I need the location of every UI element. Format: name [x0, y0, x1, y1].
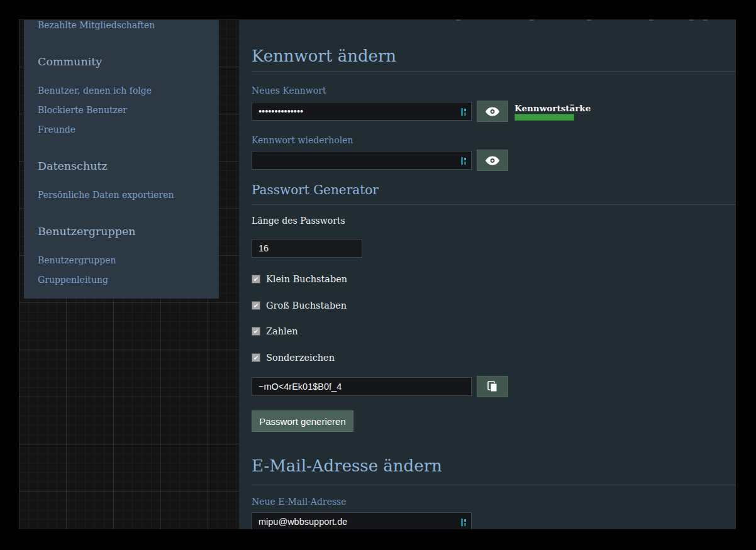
cut-off-text-artifact — [530, 19, 534, 21]
repeat-password-field-wrapper — [252, 151, 472, 170]
password-manager-icon — [461, 157, 467, 165]
password-strength-label: Kennwortstärke — [514, 103, 591, 113]
new-email-label: Neue E-Mail-Adresse — [252, 497, 347, 507]
checkbox-checked-icon[interactable] — [252, 327, 260, 336]
new-email-field-wrapper — [252, 512, 472, 529]
password-manager-icon — [461, 107, 467, 116]
password-length-field-wrapper — [252, 239, 362, 258]
change-password-title: Kennwort ändern — [252, 46, 396, 67]
toggle-repeat-password-visibility-button[interactable] — [477, 150, 508, 171]
option-numbers[interactable]: Zahlen — [252, 326, 298, 336]
cut-off-text-artifact — [649, 19, 653, 21]
new-password-label: Neues Kennwort — [252, 85, 326, 96]
change-email-title: E-Mail-Adresse ändern — [252, 456, 442, 476]
option-lowercase-label: Klein Buchstaben — [266, 274, 347, 284]
generated-password-input[interactable] — [252, 378, 471, 395]
option-special-chars[interactable]: Sonderzeichen — [252, 353, 335, 363]
toggle-new-password-visibility-button[interactable] — [477, 101, 508, 122]
account-settings-panel: Kennwort ändern Neues Kennwort Kennworts… — [239, 19, 736, 529]
cut-off-text-artifact — [587, 19, 591, 21]
new-email-input[interactable] — [252, 513, 471, 529]
divider — [252, 71, 736, 72]
option-uppercase-label: Groß Buchstaben — [266, 300, 347, 311]
sidebar-heading-datenschutz: Datenschutz — [38, 160, 208, 173]
repeat-password-input[interactable] — [252, 151, 471, 169]
password-length-label: Länge des Passworts — [252, 216, 345, 226]
eye-icon — [486, 107, 499, 116]
option-special-chars-label: Sonderzeichen — [266, 353, 335, 363]
password-length-input[interactable] — [252, 239, 362, 257]
repeat-password-label: Kennwort wiederholen — [252, 135, 353, 145]
sidebar-item-persoenliche-daten-exportieren[interactable]: Persönliche Daten exportieren — [38, 190, 208, 200]
checkbox-checked-icon[interactable] — [252, 301, 260, 310]
copy-generated-password-button[interactable] — [477, 376, 508, 397]
cut-off-text-artifact — [703, 19, 708, 21]
new-password-input[interactable] — [252, 102, 471, 120]
password-generator-title: Passwort Generator — [252, 182, 379, 198]
option-numbers-label: Zahlen — [266, 326, 298, 336]
sidebar-item-freunde[interactable]: Freunde — [38, 124, 208, 135]
option-lowercase[interactable]: Klein Buchstaben — [252, 274, 347, 284]
generated-password-field-wrapper — [252, 377, 472, 396]
sidebar-item-gruppenleitung[interactable]: Gruppenleitung — [38, 275, 208, 285]
option-uppercase[interactable]: Groß Buchstaben — [252, 300, 347, 311]
password-manager-icon — [461, 518, 467, 527]
sidebar-heading-benutzergruppen: Benutzergruppen — [38, 225, 208, 238]
password-strength-bar — [514, 114, 574, 121]
sidebar-item-blockierte-benutzer[interactable]: Blockierte Benutzer — [38, 105, 208, 115]
sidebar-item-benutzer-denen-ich-folge[interactable]: Benutzer, denen ich folge — [38, 85, 208, 96]
divider — [252, 204, 736, 205]
checkbox-checked-icon[interactable] — [252, 275, 260, 283]
sidebar-item-bezahlte-mitgliedschaften[interactable]: Bezahlte Mitgliedschaften — [38, 20, 208, 30]
sidebar-item-benutzergruppen[interactable]: Benutzergruppen — [38, 255, 208, 265]
new-password-field-wrapper — [252, 102, 472, 121]
copy-icon — [487, 381, 498, 392]
page: Bezahlte Mitgliedschaften Community Benu… — [0, 0, 756, 550]
checkbox-checked-icon[interactable] — [252, 353, 260, 362]
sidebar-heading-community: Community — [38, 55, 208, 69]
eye-icon — [486, 156, 499, 165]
cut-off-text-artifact — [689, 19, 694, 21]
divider — [252, 485, 736, 485]
cut-off-text-artifact — [456, 19, 460, 21]
settings-sidebar: Bezahlte Mitgliedschaften Community Benu… — [24, 19, 219, 299]
generate-password-button[interactable]: Passwort generieren — [252, 410, 353, 432]
